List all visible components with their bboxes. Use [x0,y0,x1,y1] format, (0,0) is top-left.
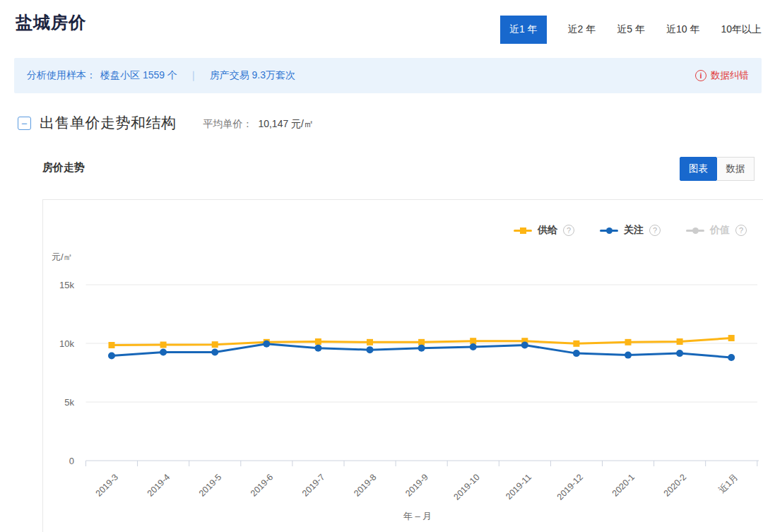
collapse-minus-icon[interactable]: − [18,117,31,130]
sample-transaction-count: 房产交易 9.3万套次 [210,69,295,82]
info-divider: ｜ [189,69,199,82]
svg-text:2019-6: 2019-6 [249,472,275,498]
sample-community-count: 楼盘小区 1559 个 [100,69,177,82]
svg-text:2019-4: 2019-4 [146,472,172,498]
tab-1-year[interactable]: 近1 年 [500,16,547,44]
trend-chart-card: 供给 ? 关注 ? 价值 ? 元/㎡ 05k10k15k2019-32019-4… [42,199,763,532]
section-header: − 出售单价走势和结构 平均单价： 10,147 元/㎡ [18,113,314,133]
section-title: 出售单价走势和结构 [40,113,177,133]
trend-chart-svg: 05k10k15k2019-32019-42019-52019-62019-72… [43,200,763,532]
svg-text:2019-12: 2019-12 [555,472,585,502]
svg-text:2019-5: 2019-5 [197,472,223,498]
data-view-button[interactable]: 数据 [717,157,755,181]
svg-text:近1月: 近1月 [717,472,740,495]
svg-text:2019-10: 2019-10 [451,472,481,502]
data-correction-label: 数据纠错 [711,69,749,82]
svg-text:15k: 15k [59,280,74,290]
svg-text:2020-1: 2020-1 [610,472,637,498]
svg-text:2019-3: 2019-3 [94,472,120,498]
svg-text:年 – 月: 年 – 月 [403,511,432,521]
sample-info-bar: 分析使用样本： 楼盘小区 1559 个 ｜ 房产交易 9.3万套次 i 数据纠错 [14,58,762,93]
svg-text:10k: 10k [59,338,74,349]
svg-text:2019-9: 2019-9 [403,472,430,498]
info-circle-icon: i [695,70,706,81]
svg-text:2020-2: 2020-2 [662,472,688,498]
tab-2-year[interactable]: 近2 年 [568,16,596,44]
average-price: 平均单价： 10,147 元/㎡ [203,115,314,131]
data-correction-link[interactable]: i 数据纠错 [695,69,749,82]
tab-5-year[interactable]: 近5 年 [617,16,645,44]
sample-info-label: 分析使用样本： [27,69,96,82]
view-toggle: 图表 数据 [680,157,755,181]
tab-10-year[interactable]: 近10 年 [666,16,699,44]
average-price-label: 平均单价： [203,118,253,129]
page-title: 盐城房价 [16,11,86,34]
trend-title: 房价走势 [42,161,85,175]
sample-info-text: 分析使用样本： 楼盘小区 1559 个 ｜ 房产交易 9.3万套次 [27,69,295,82]
svg-text:5k: 5k [64,397,74,408]
svg-text:2019-7: 2019-7 [300,472,326,498]
average-price-value: 10,147 元/㎡ [258,118,314,129]
chart-view-button[interactable]: 图表 [680,157,717,181]
svg-text:0: 0 [69,456,74,466]
time-range-tabs: 近1 年 近2 年 近5 年 近10 年 10年以上 [500,16,762,44]
svg-text:2019-8: 2019-8 [352,472,378,498]
tab-over-10-year[interactable]: 10年以上 [721,16,762,44]
svg-text:2019-11: 2019-11 [504,472,533,502]
